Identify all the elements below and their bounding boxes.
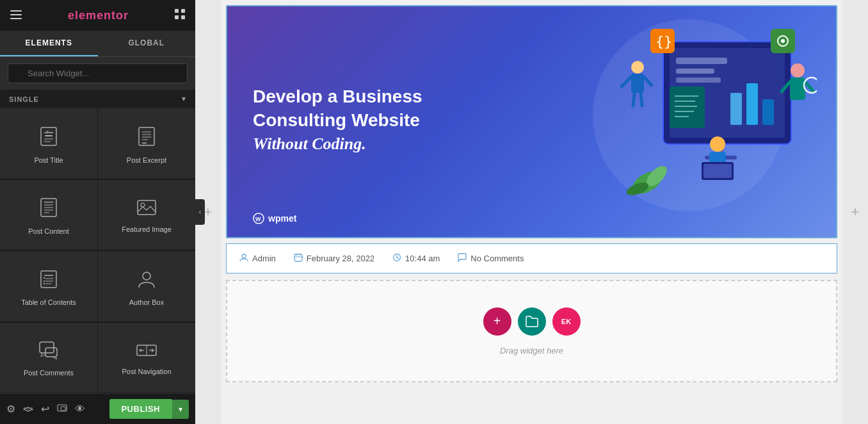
svg-rect-88	[294, 254, 302, 261]
featured-headline-3: Without Coding.	[253, 135, 366, 153]
svg-rect-13	[139, 127, 154, 145]
grid-icon[interactable]	[175, 9, 185, 22]
widget-author-box[interactable]: Author Box	[98, 251, 195, 322]
svg-rect-3	[175, 9, 179, 13]
wpmet-text: wpmet	[268, 213, 296, 224]
publish-arrow-button[interactable]: ▾	[172, 400, 189, 419]
post-comments-label: Post Comments	[24, 368, 74, 377]
post-content-label: Post Content	[28, 227, 69, 236]
svg-text:T: T	[46, 130, 49, 135]
settings-icon[interactable]: ⚙	[6, 403, 15, 415]
svg-point-70	[791, 63, 805, 77]
post-content-icon	[40, 197, 58, 222]
svg-rect-0	[10, 10, 22, 12]
svg-rect-1	[10, 14, 22, 15]
plus-left-icon: +	[204, 204, 213, 220]
svg-rect-47	[676, 58, 727, 64]
action-buttons: + EK	[483, 307, 581, 336]
layers-icon[interactable]	[23, 403, 33, 416]
svg-rect-6	[181, 15, 185, 19]
meta-date: February 28, 2022	[294, 253, 374, 264]
comments-text: No Comments	[470, 254, 524, 263]
post-title-label: Post Title	[34, 156, 63, 165]
template-button[interactable]	[518, 307, 546, 336]
time-icon	[392, 253, 401, 264]
svg-point-66	[710, 136, 725, 152]
svg-rect-69	[703, 164, 732, 178]
featured-image-inner: Develop a Business Consulting Website Wi…	[227, 6, 836, 237]
add-column-right[interactable]: +	[842, 0, 868, 424]
svg-rect-5	[175, 15, 179, 19]
search-row	[0, 57, 195, 90]
author-icon	[239, 253, 248, 264]
history-icon[interactable]: ↩	[41, 403, 49, 415]
tabs-row: ELEMENTS GLOBAL	[0, 31, 195, 57]
svg-rect-76	[670, 86, 705, 128]
section-label: SINGLE	[9, 95, 39, 103]
preview-icon[interactable]: 👁	[75, 404, 85, 415]
svg-rect-35	[44, 283, 45, 284]
widget-table-of-contents[interactable]: Table of Contents	[0, 251, 97, 322]
svg-line-65	[641, 93, 642, 106]
search-input[interactable]	[8, 63, 188, 83]
tab-elements[interactable]: ELEMENTS	[0, 31, 98, 56]
widgets-grid: T Post Title Post Excerpt	[0, 108, 195, 393]
svg-rect-71	[790, 77, 805, 100]
responsive-icon[interactable]	[57, 403, 67, 416]
svg-rect-49	[676, 77, 721, 83]
bottom-bar: ⚙ ↩ 👁 PUBLISH ▾	[0, 393, 195, 424]
post-excerpt-icon	[138, 126, 156, 151]
widget-post-content[interactable]: Post Content	[0, 180, 97, 251]
tab-global[interactable]: GLOBAL	[98, 31, 196, 56]
hamburger-icon[interactable]	[10, 9, 22, 22]
widget-post-navigation[interactable]: Post Navigation	[98, 323, 195, 394]
publish-button[interactable]: PUBLISH	[109, 399, 172, 419]
widget-featured-image[interactable]: Featured Image	[98, 180, 195, 251]
date-text: February 28, 2022	[307, 254, 374, 263]
svg-rect-34	[44, 281, 45, 282]
svg-line-94	[397, 257, 399, 259]
elementor-logo: elementor	[68, 9, 129, 22]
time-text: 10:44 am	[405, 254, 440, 263]
add-widget-button[interactable]: +	[483, 307, 511, 336]
post-navigation-icon	[136, 343, 157, 362]
drag-area: + EK Drag widget here	[226, 280, 837, 382]
post-title-icon: T	[40, 126, 58, 151]
featured-headline-2: Consulting Website	[253, 110, 420, 130]
ek-button[interactable]: EK	[552, 307, 581, 336]
author-box-label: Author Box	[129, 298, 164, 307]
svg-point-60	[631, 61, 644, 74]
search-wrapper	[8, 63, 188, 83]
svg-text:{}: {}	[655, 33, 673, 49]
svg-rect-28	[41, 271, 56, 288]
post-comments-icon	[39, 341, 58, 363]
svg-rect-50	[730, 93, 742, 125]
date-icon	[294, 253, 303, 264]
publish-btn-group: PUBLISH ▾	[109, 399, 189, 419]
main-content: Develop a Business Consulting Website Wi…	[221, 0, 842, 424]
svg-rect-4	[181, 9, 185, 13]
left-panel: elementor ELEMENTS GLOBAL SINGLE ▾	[0, 0, 195, 424]
svg-rect-61	[631, 74, 644, 93]
featured-headline-1: Develop a Business	[253, 86, 422, 106]
widget-post-comments[interactable]: Post Comments	[0, 323, 97, 394]
widget-post-excerpt[interactable]: Post Excerpt	[98, 108, 195, 179]
collapse-handle[interactable]: ‹	[195, 199, 205, 225]
svg-rect-9	[45, 135, 52, 136]
widget-post-title[interactable]: T Post Title	[0, 108, 97, 179]
svg-point-74	[804, 77, 817, 93]
svg-point-59	[781, 39, 785, 43]
canvas-area: + Develop a Business Consulting Website …	[195, 0, 868, 424]
post-meta-bar: Admin February 28, 2022	[226, 243, 837, 273]
section-header[interactable]: SINGLE ▾	[0, 90, 195, 108]
meta-time: 10:44 am	[392, 253, 440, 264]
top-bar: elementor	[0, 0, 195, 31]
svg-rect-25	[44, 201, 54, 202]
featured-image-block: Develop a Business Consulting Website Wi…	[226, 5, 837, 238]
svg-rect-44	[61, 407, 65, 411]
svg-line-64	[633, 93, 634, 106]
svg-rect-33	[44, 277, 45, 279]
wpmet-logo: W wpmet	[253, 213, 296, 224]
svg-rect-48	[676, 69, 714, 74]
section-collapse-icon: ▾	[182, 95, 186, 103]
